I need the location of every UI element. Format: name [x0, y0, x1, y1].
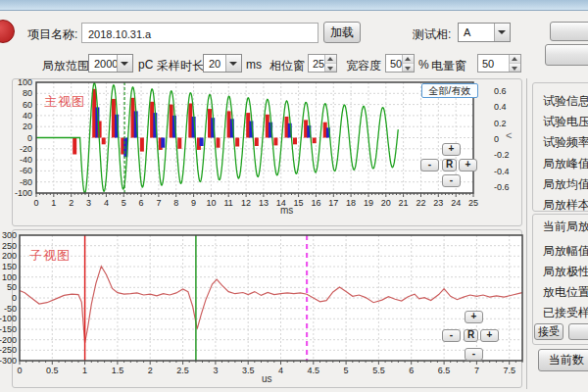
svg-text:3: 3 [86, 198, 91, 208]
main-x-axis-unit: ms [280, 205, 293, 216]
sub-zoom-out-button[interactable]: - [442, 329, 461, 342]
all-valid-toggle-button[interactable]: 全部/有效 [421, 83, 478, 98]
stepper-arrows-icon[interactable] [509, 55, 520, 72]
label-test-voltage: 试验电压 [543, 114, 588, 130]
pd-range-select[interactable]: 2000 [88, 54, 133, 73]
cutoff-top-button-2[interactable] [545, 44, 588, 66]
sub-chart-title: 子视图 [29, 247, 71, 265]
app-logo-icon [0, 20, 15, 43]
svg-text:6: 6 [409, 366, 414, 375]
svg-text:12: 12 [241, 198, 251, 208]
svg-text:-0.4: -0.4 [494, 167, 510, 176]
svg-text:-250: -250 [0, 345, 17, 355]
cutoff-top-button-1[interactable] [550, 22, 588, 41]
svg-text:-50: -50 [4, 304, 17, 314]
accept-button[interactable]: 接受 [534, 323, 564, 340]
charge-window-stepper[interactable]: 50 [477, 54, 521, 73]
svg-text:6.5: 6.5 [438, 366, 451, 375]
svg-text:-300: -300 [0, 356, 17, 366]
test-phase-value: A [459, 24, 494, 41]
tolerance-stepper[interactable]: 50 [385, 54, 415, 73]
svg-text:1: 1 [82, 366, 87, 375]
window-titlebar [0, 0, 588, 11]
svg-text:0.2: 0.2 [494, 119, 507, 128]
svg-text:100: 100 [18, 78, 32, 87]
project-name-input[interactable] [81, 23, 318, 43]
svg-text:100: 100 [2, 272, 17, 282]
svg-text:7: 7 [474, 366, 479, 375]
tolerance-value: 50 [386, 55, 402, 72]
phase-window-value: 25 [309, 55, 324, 72]
load-button[interactable]: 加载 [323, 22, 361, 43]
svg-text:-200: -200 [0, 335, 17, 345]
chevron-down-icon[interactable] [225, 55, 241, 72]
label-test-info: 试验信息 [543, 93, 588, 110]
pd-range-unit: pC [138, 58, 153, 72]
sub-chart-plot[interactable]: 00.511.522.533.544.555.566.577.530025020… [0, 229, 524, 392]
svg-text:150: 150 [2, 262, 17, 271]
duration-select[interactable]: 20 [203, 54, 242, 73]
svg-text:7: 7 [156, 198, 161, 208]
svg-text:24: 24 [451, 198, 461, 208]
svg-text:0: 0 [33, 198, 38, 208]
svg-text:1.5: 1.5 [112, 366, 124, 375]
svg-text:80: 80 [23, 88, 32, 98]
main-chart-title: 主视图 [44, 93, 85, 111]
stepper-arrows-icon[interactable] [324, 55, 336, 72]
stepper-arrows-icon[interactable] [402, 55, 414, 72]
chevron-down-icon[interactable] [117, 55, 132, 72]
phase-window-stepper[interactable]: 25 [308, 54, 337, 73]
svg-text:4: 4 [104, 198, 109, 208]
label-current-pd: 当前局放 [543, 219, 588, 235]
svg-text:17: 17 [328, 198, 338, 208]
svg-text:6: 6 [138, 198, 143, 208]
main-reset-button[interactable]: R [442, 159, 457, 172]
tolerance-label: 宽容度 [346, 58, 381, 74]
svg-text:8: 8 [173, 198, 178, 208]
svg-text:3: 3 [213, 366, 218, 375]
svg-text:-40: -40 [20, 155, 32, 165]
pd-range-label: 局放范围 [42, 58, 89, 74]
svg-text:40: 40 [23, 111, 32, 121]
svg-text:13: 13 [259, 198, 269, 208]
svg-text:16: 16 [311, 198, 320, 208]
svg-text:22: 22 [416, 198, 425, 208]
label-test-frequency: 试验频率 [543, 134, 588, 151]
test-phase-select[interactable]: A [458, 23, 511, 42]
svg-text:7.5: 7.5 [503, 366, 515, 375]
sub-reset-button[interactable]: R [464, 329, 478, 342]
svg-text:0.5: 0.5 [46, 366, 59, 375]
label-pd-peak: 局放峰值 [543, 156, 588, 172]
svg-text:19: 19 [364, 198, 373, 208]
chevron-down-icon[interactable] [494, 24, 510, 41]
svg-text:-0.2: -0.2 [494, 150, 510, 160]
main-zoom-out-button[interactable]: - [420, 159, 439, 172]
current-data-button[interactable]: 当前数 [538, 349, 588, 371]
tolerance-unit: % [418, 58, 429, 72]
svg-text:5: 5 [122, 198, 126, 208]
project-name-label: 项目名称: [27, 26, 77, 43]
svg-text:11: 11 [224, 198, 233, 208]
sub-pan-down-button[interactable]: - [465, 348, 483, 361]
svg-text:10: 10 [206, 198, 216, 208]
main-pan-down-button[interactable]: - [442, 174, 461, 187]
svg-text:21: 21 [399, 198, 409, 208]
svg-text:23: 23 [433, 198, 443, 208]
svg-text:50: 50 [7, 282, 17, 292]
svg-text:4.5: 4.5 [308, 366, 320, 375]
cutoff-reject-button[interactable] [568, 323, 588, 340]
duration-label: 采样时长 [157, 58, 204, 74]
svg-text:-20: -20 [20, 144, 32, 154]
svg-text:-0.6: -0.6 [494, 182, 510, 192]
pd-measurement-window: 项目名称: 加载 测试相: A 局放范围 2000 pC 采样时长 20 ms … [0, 0, 588, 392]
test-phase-label: 测试相: [413, 26, 451, 43]
svg-text:-80: -80 [20, 177, 32, 187]
svg-text:0: 0 [27, 133, 32, 143]
sub-zoom-in-button[interactable]: + [480, 329, 499, 342]
main-zoom-in-button[interactable]: + [459, 159, 477, 172]
svg-text:0: 0 [494, 134, 499, 144]
label-pd-mean: 局放均值 [543, 176, 588, 193]
main-pan-up-button[interactable]: + [442, 143, 461, 156]
sub-pan-up-button[interactable]: + [465, 311, 483, 323]
label-pd-amplitude: 局放幅值 [543, 243, 588, 260]
